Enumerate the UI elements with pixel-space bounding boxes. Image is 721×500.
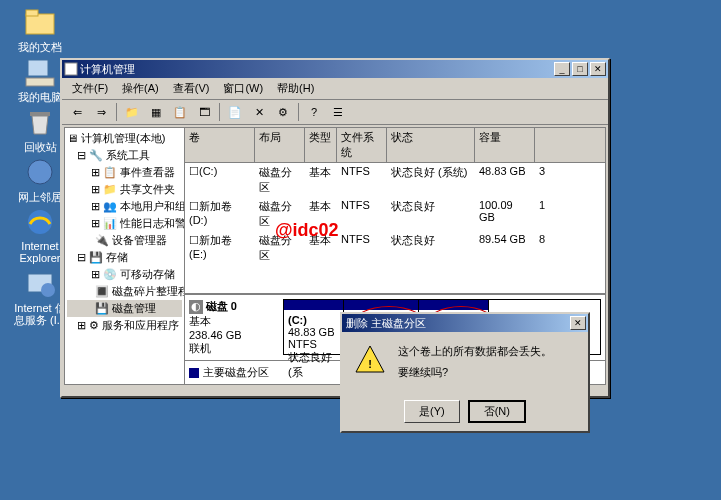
svg-rect-1 [26,10,38,16]
tree-systools[interactable]: ⊟ 🔧 系统工具 [67,147,182,164]
dialog-title: 删除 主磁盘分区 [344,316,570,331]
tree-item[interactable]: ⊞ 📁 共享文件夹 [67,181,182,198]
settings-button[interactable]: ⚙ [272,102,294,122]
refresh-button[interactable]: 🗔 [193,102,215,122]
delete-partition-dialog: 删除 主磁盘分区 ✕ ! 这个卷上的所有数据都会丢失。 要继续吗? 是(Y) 否… [340,312,590,433]
svg-rect-3 [26,78,54,86]
tree-disk-mgmt[interactable]: 💾 磁盘管理 [67,300,182,317]
recycle-icon [24,106,56,138]
tree-services[interactable]: ⊞ ⚙ 服务和应用程序 [67,317,182,334]
svg-rect-0 [26,14,54,34]
menu-view[interactable]: 查看(V) [167,80,216,97]
table-row[interactable]: ☐(C:)磁盘分区基本NTFS状态良好 (系统)48.83 GB3 [185,163,605,197]
help-button[interactable]: ? [303,102,325,122]
tree-item[interactable]: ⊞ 📊 性能日志和警报 [67,215,182,232]
iis-icon [24,268,56,300]
close-button[interactable]: ✕ [590,62,606,76]
tree-item[interactable]: ⊞ 📋 事件查看器 [67,164,182,181]
table-row[interactable]: ☐新加卷 (E:)磁盘分区基本NTFS状态良好89.54 GB8 [185,231,605,265]
svg-point-5 [28,160,52,184]
menu-file[interactable]: 文件(F) [66,80,114,97]
up-button[interactable]: 📁 [121,102,143,122]
network-icon [24,156,56,188]
svg-rect-4 [30,112,50,116]
no-button[interactable]: 否(N) [468,400,526,423]
col-cap[interactable]: 容量 [475,128,535,162]
minimize-button[interactable]: _ [554,62,570,76]
menubar: 文件(F) 操作(A) 查看(V) 窗口(W) 帮助(H) [62,78,608,99]
export-button[interactable]: 📋 [169,102,191,122]
col-fs[interactable]: 文件系统 [337,128,387,162]
column-headers: 卷 布局 类型 文件系统 状态 容量 [185,128,605,163]
tree-item[interactable]: 🔌 设备管理器 [67,232,182,249]
tree-item[interactable]: 🔳 磁盘碎片整理程序 [67,283,182,300]
col-vol[interactable]: 卷 [185,128,255,162]
views-button[interactable]: ▦ [145,102,167,122]
svg-rect-9 [65,63,77,75]
back-button[interactable]: ⇐ [66,102,88,122]
dialog-close-button[interactable]: ✕ [570,316,586,330]
desktop-icon-documents[interactable]: 我的文档 [10,6,70,55]
col-status[interactable]: 状态 [387,128,475,162]
app-icon [64,62,78,76]
ie-icon [24,206,56,238]
volume-list: ☐(C:)磁盘分区基本NTFS状态良好 (系统)48.83 GB3☐新加卷 (D… [185,163,605,265]
partition[interactable]: (C:)48.83 GB NTFS状态良好 (系 [284,300,344,354]
delete-button[interactable]: ✕ [248,102,270,122]
dialog-titlebar[interactable]: 删除 主磁盘分区 ✕ [342,314,588,332]
menu-window[interactable]: 窗口(W) [217,80,269,97]
folder-icon [24,6,56,38]
svg-point-8 [41,283,55,297]
yes-button[interactable]: 是(Y) [404,400,460,423]
warning-icon: ! [354,344,386,376]
svg-rect-2 [28,60,48,76]
menu-help[interactable]: 帮助(H) [271,80,320,97]
list-button[interactable]: ☰ [327,102,349,122]
disk-info: ◐ 磁盘 0 基本 238.46 GB 联机 [189,299,279,356]
svg-text:!: ! [368,358,372,370]
tree-item[interactable]: ⊞ 💿 可移动存储 [67,266,182,283]
watermark: @idc02 [275,220,339,241]
table-row[interactable]: ☐新加卷 (D:)磁盘分区基本NTFS状态良好100.09 GB1 [185,197,605,231]
tree-storage[interactable]: ⊟ 💾 存储 [67,249,182,266]
dialog-message: 这个卷上的所有数据都会丢失。 要继续吗? [398,344,552,380]
tree-root[interactable]: 🖥 计算机管理(本地) [67,130,182,147]
tree-item[interactable]: ⊞ 👥 本地用户和组 [67,198,182,215]
tree-panel: 🖥 计算机管理(本地) ⊟ 🔧 系统工具 ⊞ 📋 事件查看器 ⊞ 📁 共享文件夹… [65,128,185,384]
forward-button[interactable]: ⇒ [90,102,112,122]
maximize-button[interactable]: □ [572,62,588,76]
computer-icon [24,56,56,88]
col-type[interactable]: 类型 [305,128,337,162]
menu-action[interactable]: 操作(A) [116,80,165,97]
col-layout[interactable]: 布局 [255,128,305,162]
window-title: 计算机管理 [78,62,554,77]
prop-button[interactable]: 📄 [224,102,246,122]
titlebar[interactable]: 计算机管理 _ □ ✕ [62,60,608,78]
toolbar: ⇐ ⇒ 📁 ▦ 📋 🗔 📄 ✕ ⚙ ? ☰ [62,99,608,125]
